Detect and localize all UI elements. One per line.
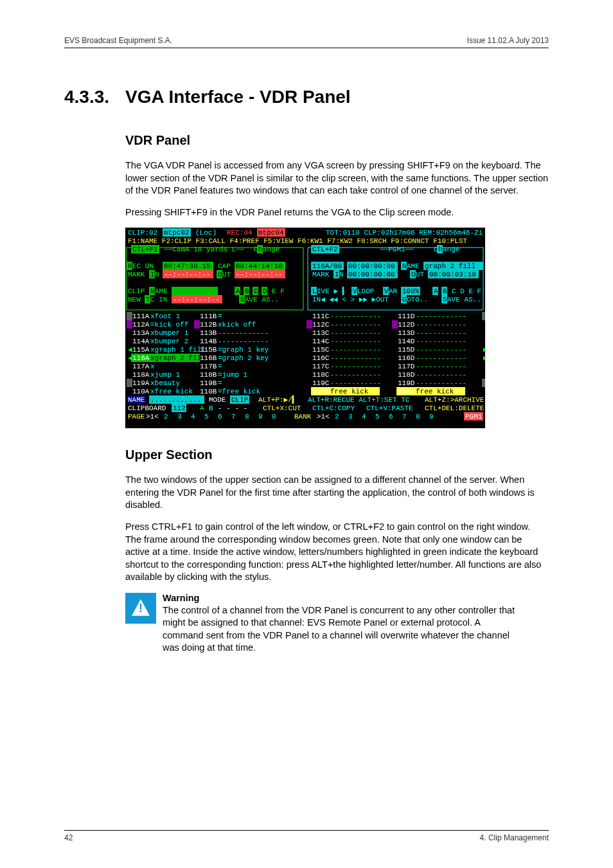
svg-text:xbumper 1: xbumper 1 <box>150 329 189 337</box>
kbd-ctrl-f1: CTRL+F1 <box>152 521 192 532</box>
svg-text:113C: 113C <box>312 329 330 337</box>
svg-rect-75 <box>172 287 218 295</box>
svg-text:xgraph 2 fill: xgraph 2 fill <box>150 354 206 362</box>
svg-text:00:44:14:10: 00:44:14:10 <box>236 262 283 270</box>
svg-text:114A: 114A <box>132 338 150 345</box>
svg-text:9: 9 <box>258 413 263 420</box>
svg-text:──PGM1──: ──PGM1── <box>379 246 414 253</box>
svg-text:116B: 116B <box>200 354 217 362</box>
svg-text:F1:NAME F2:CLIP F3:CALL F4:PRE: F1:NAME F2:CLIP F3:CALL F4:PREF F5:VIEW … <box>128 237 467 245</box>
svg-text:113B: 113B <box>200 329 217 337</box>
svg-text:110A: 110A <box>132 388 150 395</box>
svg-text:NAME: NAME <box>128 396 145 404</box>
svg-text:xkick off: xkick off <box>218 321 256 329</box>
svg-text:I: I <box>150 271 155 278</box>
svg-text:O: O <box>411 271 416 278</box>
upper-para-2: Press CTRL+F1 to gain control of the lef… <box>125 521 549 584</box>
svg-text:ALT+R:RECUE ALT+T:SET TC: ALT+R:RECUE ALT+T:SET TC <box>308 396 410 404</box>
svg-text:I: I <box>335 271 339 278</box>
svg-text:--:--:--:--: --:--:--:-- <box>173 296 220 303</box>
svg-text:O: O <box>218 271 222 278</box>
svg-text:114C: 114C <box>312 338 330 345</box>
svg-text:AME: AME <box>155 287 168 295</box>
svg-text:------------: ------------ <box>330 363 381 370</box>
svg-text:2: 2 <box>164 413 168 420</box>
svg-text:06:47:38.15: 06:47:38.15 <box>164 262 211 270</box>
svg-text:BANK: BANK <box>294 413 312 420</box>
svg-text:9: 9 <box>429 413 434 420</box>
svg-text:8: 8 <box>245 413 249 420</box>
svg-text:7: 7 <box>231 413 236 420</box>
svg-text:118A: 118A <box>132 371 150 379</box>
svg-rect-126 <box>482 312 485 320</box>
svg-text:2: 2 <box>335 413 339 420</box>
svg-text:3: 3 <box>348 413 353 420</box>
svg-text:MODE: MODE <box>209 396 226 404</box>
svg-text:118C: 118C <box>312 371 330 379</box>
svg-text:4: 4 <box>362 413 366 420</box>
svg-text:------------: ------------ <box>218 329 269 337</box>
svg-rect-130 <box>194 320 200 329</box>
svg-text:xfoot 1: xfoot 1 <box>150 312 181 320</box>
svg-text:------------: ------------ <box>416 379 466 387</box>
svg-text:115B: 115B <box>200 346 217 354</box>
svg-text:5: 5 <box>375 413 380 420</box>
svg-text:00:00:00:00: 00:00:00:00 <box>348 262 395 270</box>
svg-text:CLIP:02: CLIP:02 <box>128 229 157 237</box>
svg-text:------------: ------------ <box>416 346 466 354</box>
svg-text:▶: ▶ <box>483 354 485 362</box>
svg-text:B: B <box>245 287 249 295</box>
section-title: 4.3.3.VGA Interface - VDR Panel <box>64 87 549 107</box>
svg-text:(Loc): (Loc) <box>195 229 217 237</box>
svg-text:------------: ------------ <box>416 321 466 329</box>
svg-text:------------: ------------ <box>330 321 381 329</box>
svg-text:h: h <box>438 246 443 253</box>
svg-text:S: S <box>443 296 447 303</box>
svg-text:IVE ▶ ▍: IVE ▶ ▍ <box>317 286 346 295</box>
section-number: 4.3.3. <box>64 87 125 107</box>
svg-rect-125 <box>127 312 132 320</box>
svg-text:=graph 1 key: =graph 1 key <box>218 346 269 354</box>
svg-text:CTL+DEL:DELETE: CTL+DEL:DELETE <box>425 404 484 412</box>
svg-text:100%: 100% <box>402 287 420 295</box>
svg-text:free kick: free kick <box>330 388 369 395</box>
svg-text:B: B <box>209 404 213 412</box>
svg-text:D: D <box>263 287 267 295</box>
svg-text:A: A <box>200 404 204 412</box>
svg-text:------------: ------------ <box>218 338 269 345</box>
svg-text:C IN: C IN <box>150 296 167 303</box>
svg-text:CLIP: CLIP <box>231 396 249 404</box>
svg-text:112C: 112C <box>312 321 330 329</box>
svg-text:AVE AS..: AVE AS.. <box>447 296 481 303</box>
svg-text:V: V <box>353 287 357 295</box>
svg-text:------------: ------------ <box>330 338 381 345</box>
svg-text:UT: UT <box>416 271 425 278</box>
svg-text:117C: 117C <box>312 363 330 370</box>
svg-text:x: x <box>150 363 155 370</box>
svg-text:112B: 112B <box>200 321 217 329</box>
svg-text:110D: 110D <box>398 388 415 395</box>
svg-text:mtpc04: mtpc04 <box>258 229 284 237</box>
svg-text:──CamA 18 yards L──: ──CamA 18 yards L── <box>163 246 245 253</box>
svg-text:113A: 113A <box>132 329 150 337</box>
svg-text:REC:04: REC:04 <box>227 229 253 237</box>
svg-text:110B: 110B <box>200 388 217 395</box>
svg-text:E F: E F <box>272 287 285 295</box>
svg-text:- - - -: - - - - <box>218 404 247 412</box>
svg-text:118B: 118B <box>200 371 217 379</box>
svg-text:CTL+F2: CTL+F2 <box>312 246 338 253</box>
svg-text:6: 6 <box>389 413 393 420</box>
svg-text:xfree kick: xfree kick <box>150 388 193 395</box>
svg-text:114B: 114B <box>200 338 217 345</box>
svg-text:T: T <box>146 296 150 303</box>
svg-text:IN◀ ◀◀ <  > ▶▶ ▶OUT: IN◀ ◀◀ < > ▶▶ ▶OUT <box>312 296 389 303</box>
footer-page-number: 42 <box>64 833 73 842</box>
svg-text:ange: ange <box>443 246 459 253</box>
warning-box: Warning The control of a channel from th… <box>125 593 549 655</box>
svg-text:............: ............ <box>150 396 201 404</box>
svg-text:00:00:00:00: 00:00:00:00 <box>348 271 395 278</box>
svg-rect-200 <box>127 379 132 387</box>
warning-title: Warning <box>163 593 522 603</box>
svg-text:0: 0 <box>272 413 276 420</box>
svg-text:UT: UT <box>222 271 231 278</box>
